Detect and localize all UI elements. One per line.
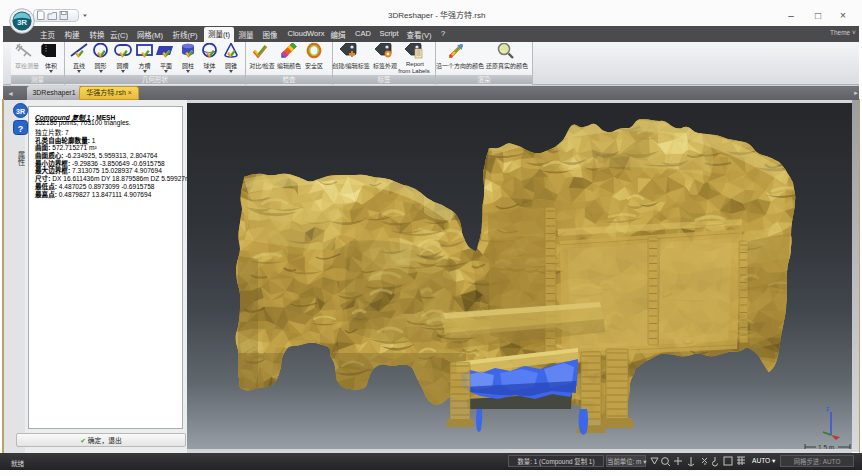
svg-text:3R: 3R — [16, 108, 25, 115]
svg-text:3R: 3R — [17, 18, 27, 27]
svg-text:z: z — [826, 405, 830, 412]
svg-text:?: ? — [18, 124, 24, 134]
